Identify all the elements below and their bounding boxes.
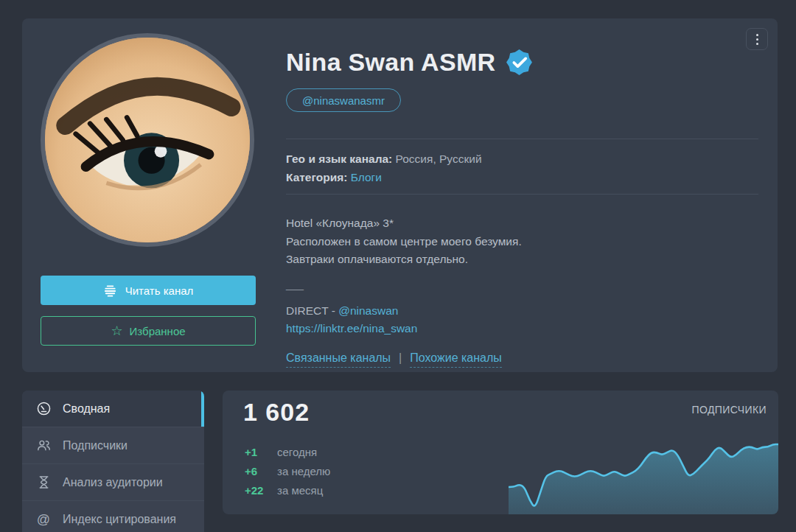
external-link-row: https://linktr.ee/nina_swan — [286, 322, 417, 335]
direct-label: DIRECT - — [286, 304, 338, 317]
username-label: @ninaswanasmr — [302, 94, 385, 107]
star-icon: ☆ — [111, 324, 122, 337]
related-channels-link[interactable]: Связанные каналы — [286, 351, 391, 368]
stat-delta: +6 — [245, 465, 277, 477]
geo-block: Гео и язык канала: Россия, Русский Катег… — [286, 150, 482, 186]
subscriber-stats: +1 сегодня +6 за неделю +22 за месяц — [245, 442, 330, 500]
verified-badge-icon — [506, 49, 533, 76]
geo-label: Гео и язык канала: — [286, 153, 392, 165]
stat-period: за месяц — [277, 484, 323, 497]
read-channel-button[interactable]: Читать канал — [41, 276, 256, 305]
channel-links-row: Связанные каналы|Похожие каналы — [286, 351, 502, 365]
direct-row: DIRECT - @ninaswan — [286, 304, 398, 318]
external-link[interactable]: https://linktr.ee/nina_swan — [286, 322, 417, 335]
direct-username-link[interactable]: @ninaswan — [338, 304, 398, 317]
channel-avatar — [41, 33, 254, 247]
category-link[interactable]: Блоги — [351, 171, 382, 183]
channel-description: Hotel «Клоунада» 3* Расположен в самом ц… — [286, 214, 522, 269]
subscribers-summary-card: 1 602 ПОДПИСЧИКИ +1 сегодня +6 за неделю… — [223, 391, 778, 514]
divider — [286, 194, 758, 195]
gauge-icon — [35, 401, 52, 417]
kebab-dot — [756, 43, 758, 45]
description-separator: ___ — [286, 278, 303, 291]
stat-row-today: +1 сегодня — [245, 442, 330, 461]
sidebar-item-subscribers[interactable]: Подписчики — [22, 427, 204, 464]
description-line: Расположен в самом центре моего безумия. — [286, 233, 522, 251]
sidebar-item-audience-analysis[interactable]: Анализ аудитории — [22, 464, 204, 501]
description-line: Завтраки оплачиваются отдельно. — [286, 251, 522, 269]
kebab-menu-button[interactable] — [746, 28, 768, 50]
favorite-label: Избранное — [130, 325, 186, 337]
subscribers-card-label: ПОДПИСЧИКИ — [691, 404, 767, 416]
geo-value: Россия, Русский — [396, 153, 482, 165]
category-label: Категория: — [286, 171, 347, 183]
divider — [286, 139, 758, 139]
subscribers-total: 1 602 — [243, 398, 310, 427]
stat-period: сегодня — [277, 446, 317, 458]
kebab-dot — [756, 38, 758, 41]
hourglass-icon — [35, 475, 52, 491]
users-icon — [35, 438, 52, 454]
avatar-eye-illustration — [45, 38, 250, 242]
sidebar-item-label: Индекс цитирования — [63, 513, 176, 526]
feed-icon — [103, 284, 117, 298]
favorite-button[interactable]: ☆ Избранное — [41, 316, 256, 346]
geo-row: Гео и язык канала: Россия, Русский — [286, 150, 482, 168]
subscribers-chart — [509, 437, 778, 514]
read-channel-label: Читать канал — [125, 284, 194, 297]
description-line: Hotel «Клоунада» 3* — [286, 214, 522, 233]
similar-channels-link[interactable]: Похожие каналы — [410, 351, 502, 368]
stat-row-month: +22 за месяц — [245, 480, 330, 500]
sidebar-nav: Сводная Подписчики Анализ аудитории @ Ин… — [22, 391, 204, 532]
title-row: Nina Swan ASMR — [286, 48, 533, 77]
sidebar-item-citation-index[interactable]: @ Индекс цитирования — [22, 501, 204, 532]
sidebar-item-label: Анализ аудитории — [63, 476, 163, 489]
stat-row-week: +6 за неделю — [245, 461, 330, 480]
stat-period: за неделю — [277, 465, 330, 477]
username-pill[interactable]: @ninaswanasmr — [286, 88, 401, 112]
sidebar-item-label: Сводная — [63, 402, 110, 416]
links-divider: | — [399, 351, 402, 364]
category-row: Категория: Блоги — [286, 168, 482, 186]
stat-delta: +22 — [245, 484, 277, 497]
stat-delta: +1 — [245, 446, 277, 458]
at-icon: @ — [35, 511, 52, 528]
kebab-dot — [756, 34, 758, 36]
profile-card: Читать канал ☆ Избранное Nina Swan ASMR … — [22, 18, 778, 372]
sidebar-item-summary[interactable]: Сводная — [22, 391, 204, 427]
sidebar-item-label: Подписчики — [63, 439, 128, 452]
channel-title: Nina Swan ASMR — [286, 48, 495, 77]
